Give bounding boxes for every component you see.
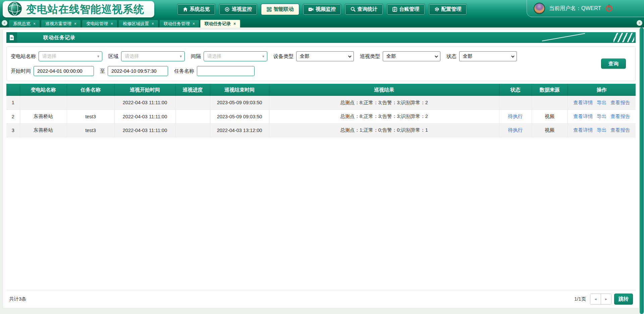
open-tabs: 系统总览×巡视方案管理×变电站管理×检修区域设置×联动任务管理×联动任务记录× xyxy=(9,20,240,27)
nav-button-label: 智能联动 xyxy=(274,6,294,12)
user-panel: 当前用户名：QWERT xyxy=(527,0,644,17)
nav-button-label: 视频监控 xyxy=(316,6,336,12)
patrol-progress xyxy=(175,96,210,110)
nav-button-label: 巡视监控 xyxy=(232,6,252,12)
tab-2[interactable]: 巡视方案管理× xyxy=(41,20,81,27)
filter-end-time: 至 xyxy=(100,66,168,76)
area-select[interactable]: 请选择 ▾ xyxy=(121,51,185,61)
task-name: test3 xyxy=(67,110,114,123)
tab-label: 联动任务管理 xyxy=(164,21,190,27)
app-title: 变电站在线智能巡视系统 xyxy=(26,2,144,16)
data-source: 视频 xyxy=(532,110,568,123)
home-icon xyxy=(183,7,188,12)
filter-row-1: 变电站名称 请选择 ▾ 区域 请选择 ▾ 间隔 请选择 xyxy=(11,51,598,61)
filter-device-type: 设备类型 全部 xyxy=(273,51,354,61)
patrol-type-label: 巡视类型 xyxy=(360,53,380,60)
view-report-link[interactable]: 查看报告 xyxy=(610,127,630,133)
filter-status: 状态 全部 xyxy=(446,51,517,61)
user-label: 当前用户名： xyxy=(549,5,581,11)
nav-button-4[interactable]: 视频监控 xyxy=(303,4,341,15)
tab-1[interactable]: 系统总览× xyxy=(9,20,40,27)
username: QWERT xyxy=(581,5,601,11)
video-icon xyxy=(308,7,314,12)
logout-button[interactable] xyxy=(605,4,613,13)
jump-button[interactable]: 跳转 xyxy=(614,294,633,305)
total-count: 共计3条 xyxy=(9,296,26,302)
status xyxy=(499,96,532,110)
patrol-result: 总测点：8;正常：3;告警：3;识别异常：2 xyxy=(269,110,499,123)
tab-label: 巡视方案管理 xyxy=(45,21,71,27)
end-time-input[interactable] xyxy=(108,66,168,76)
export-link[interactable]: 导出 xyxy=(597,127,606,133)
close-tab-icon[interactable]: × xyxy=(193,21,195,26)
app-header: 变电站在线智能巡视系统 系统总览巡视监控智能联动视频监控查询统计台账管理配置管理… xyxy=(0,0,644,18)
table-header: 变电站名称任务名称巡视开始时间巡视进度巡视结束时间巡视结果状态数据来源操作 xyxy=(6,84,636,96)
view-report-link[interactable]: 查看报告 xyxy=(610,100,630,105)
patrol-start-time: 2022-04-03 11:11:00 xyxy=(114,110,175,123)
patrol-end-time: 2023-05-09 09:03:50 xyxy=(210,110,269,123)
filter-substation: 变电站名称 请选择 ▾ xyxy=(11,51,102,61)
tab-6[interactable]: 联动任务记录× xyxy=(200,20,240,27)
tab-4[interactable]: 检修区域设置× xyxy=(118,20,158,27)
start-time-input[interactable] xyxy=(34,66,94,76)
device-type-value: 全部 xyxy=(300,53,309,59)
nav-button-label: 查询统计 xyxy=(358,6,378,12)
export-link[interactable]: 导出 xyxy=(597,114,606,119)
device-type-label: 设备类型 xyxy=(273,53,293,60)
row-actions: 查看详情导出查看报告 xyxy=(568,96,636,110)
dropdown-caret-icon: ▾ xyxy=(262,54,264,59)
table-row: 3东善桥站test32022-04-03 11:11:002022-04-03 … xyxy=(6,123,636,137)
eye-icon xyxy=(224,7,230,12)
task-name-input[interactable] xyxy=(197,66,255,76)
close-tab-icon[interactable]: × xyxy=(152,21,154,26)
main-nav: 系统总览巡视监控智能联动视频监控查询统计台账管理配置管理 xyxy=(177,0,467,18)
view-report-link[interactable]: 查看报告 xyxy=(610,114,630,119)
nav-button-3[interactable]: 智能联动 xyxy=(261,4,299,15)
nav-button-label: 台账管理 xyxy=(399,6,419,12)
substation-name: 东善桥站 xyxy=(20,110,67,123)
tabs-scroll-left-icon[interactable]: ‹ xyxy=(2,20,7,26)
table-row: 2东善桥站test32022-04-03 11:11:002023-05-09 … xyxy=(6,110,636,123)
nav-button-1[interactable]: 系统总览 xyxy=(177,4,215,15)
select-chevron-icon xyxy=(348,54,352,58)
records-table: 变电站名称任务名称巡视开始时间巡视进度巡视结束时间巡视结果状态数据来源操作 12… xyxy=(6,84,636,137)
next-page-button[interactable]: ▸ xyxy=(601,294,611,304)
close-tab-icon[interactable]: × xyxy=(233,21,236,26)
table-row: 12022-04-03 11:11:002023-05-09 09:03:50总… xyxy=(6,96,636,110)
prev-page-button[interactable]: ◂ xyxy=(590,294,601,304)
bay-select[interactable]: 请选择 ▾ xyxy=(204,51,267,61)
row-index: 3 xyxy=(6,123,20,137)
device-type-select[interactable]: 全部 xyxy=(296,51,354,61)
tabs-scroll-right-icon[interactable]: › xyxy=(637,20,642,26)
close-tab-icon[interactable]: × xyxy=(111,21,113,26)
substation-select[interactable]: 请选择 ▾ xyxy=(39,51,102,61)
view-details-link[interactable]: 查看详情 xyxy=(573,127,593,133)
query-button[interactable]: 查询 xyxy=(601,59,626,69)
filter-panel: 变电站名称 请选择 ▾ 区域 请选择 ▾ 间隔 请选择 xyxy=(6,46,636,81)
task-name xyxy=(67,96,114,110)
view-details-link[interactable]: 查看详情 xyxy=(573,114,593,119)
column-header: 变电站名称 xyxy=(20,84,67,96)
nav-button-7[interactable]: 配置管理 xyxy=(429,4,467,15)
page-title-bar: 联动任务记录 xyxy=(6,32,636,43)
status-select[interactable]: 全部 xyxy=(459,51,517,61)
page-scrollbar[interactable] xyxy=(639,27,644,314)
close-tab-icon[interactable]: × xyxy=(74,21,76,26)
status-value: 全部 xyxy=(463,53,472,59)
patrol-start-time: 2022-04-03 11:11:00 xyxy=(114,96,175,110)
view-details-link[interactable]: 查看详情 xyxy=(573,100,593,105)
substation-placeholder: 请选择 xyxy=(42,53,56,59)
patrol-type-select[interactable]: 全部 xyxy=(383,51,440,61)
select-chevron-icon xyxy=(435,54,438,58)
nav-button-5[interactable]: 查询统计 xyxy=(345,4,383,15)
nav-button-2[interactable]: 巡视监控 xyxy=(219,4,257,15)
nav-button-6[interactable]: 台账管理 xyxy=(387,4,425,15)
tab-3[interactable]: 变电站管理× xyxy=(82,20,117,27)
close-tab-icon[interactable]: × xyxy=(33,21,36,26)
table-footer: 共计3条 1/1页 ◂ ▸ 跳转 xyxy=(6,290,636,308)
filter-start-time: 开始时间 xyxy=(11,66,94,76)
column-header: 巡视结果 xyxy=(269,84,499,96)
tab-5[interactable]: 联动任务管理× xyxy=(159,20,199,27)
scrollbar-thumb[interactable] xyxy=(640,27,644,314)
export-link[interactable]: 导出 xyxy=(597,100,606,105)
